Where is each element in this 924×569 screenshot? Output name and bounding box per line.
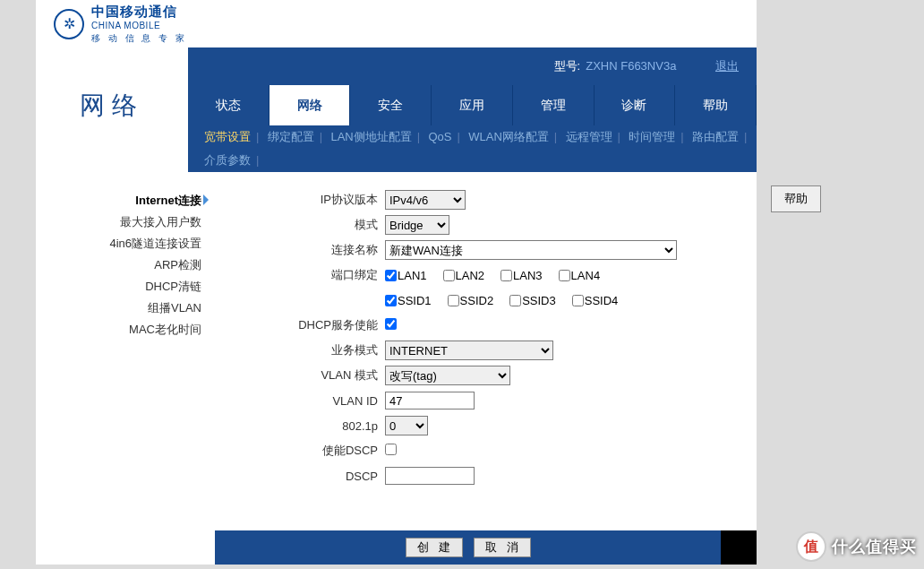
label-mode: 模式: [224, 217, 385, 233]
subnav-broadband[interactable]: 宽带设置: [204, 130, 251, 143]
sidebar: Internet连接 最大接入用户数 4in6隧道连接设置 ARP检测 DHCP…: [36, 172, 215, 530]
subnav-wlan[interactable]: WLAN网络配置: [468, 130, 549, 143]
nav-manage[interactable]: 管理: [513, 85, 595, 125]
nav-network[interactable]: 网络: [270, 85, 351, 125]
label-dscp: DSCP: [224, 470, 385, 483]
input-vlan-id[interactable]: [385, 392, 475, 410]
subnav-bind[interactable]: 绑定配置: [268, 130, 314, 143]
logout-link[interactable]: 退出: [715, 59, 739, 73]
label-lan4: LAN4: [571, 269, 601, 282]
nav-help[interactable]: 帮助: [675, 85, 757, 125]
brand-header: ✲ 中国移动通信 CHINA MOBILE 移 动 信 息 专 家: [36, 0, 757, 47]
label-dscp-enable: 使能DSCP: [224, 443, 385, 459]
subnav-lan[interactable]: LAN侧地址配置: [330, 130, 411, 143]
label-vlan-mode: VLAN 模式: [224, 367, 385, 384]
subnav-media[interactable]: 介质参数: [204, 153, 251, 167]
label-port-bind: 端口绑定: [224, 267, 385, 283]
brand-logo-icon: ✲: [54, 9, 84, 39]
cancel-button[interactable]: 取 消: [474, 538, 531, 557]
sidebar-item-maxusers[interactable]: 最大接入用户数: [36, 211, 201, 233]
select-ip-version[interactable]: IPv4/v6: [385, 190, 466, 210]
sidebar-item-dhcp[interactable]: DHCP清链: [36, 276, 201, 297]
checkbox-dscp-enable[interactable]: [385, 444, 397, 455]
checkbox-ssid4[interactable]: [572, 295, 584, 306]
checkbox-dhcp-enable[interactable]: [385, 318, 397, 330]
sidebar-item-4in6[interactable]: 4in6隧道连接设置: [36, 233, 201, 254]
label-8021p: 802.1p: [224, 419, 385, 433]
action-bar: 创 建 取 消: [215, 530, 721, 565]
subnav-remote[interactable]: 远程管理: [566, 130, 612, 143]
label-lan3: LAN3: [513, 269, 543, 282]
model-label: 型号:: [554, 59, 581, 73]
label-ssid2: SSID2: [460, 294, 494, 307]
watermark-text: 什么值得买: [832, 536, 917, 557]
checkbox-ssid1[interactable]: [385, 295, 397, 306]
watermark: 值 什么值得买: [796, 531, 917, 562]
select-connection-name[interactable]: 新建WAN连接: [385, 240, 677, 260]
brand-en: CHINA MOBILE: [91, 21, 187, 30]
select-vlan-mode[interactable]: 改写(tag): [385, 366, 510, 385]
nav-diag[interactable]: 诊断: [595, 85, 676, 125]
label-lan1: LAN1: [398, 269, 427, 282]
page-title: 网络: [36, 85, 188, 125]
select-mode[interactable]: Bridge: [385, 215, 449, 235]
checkbox-lan4[interactable]: [559, 270, 570, 281]
checkbox-lan2[interactable]: [443, 270, 455, 281]
checkbox-ssid2[interactable]: [448, 295, 459, 306]
model-bar: 型号:ZXHN F663NV3a 退出: [188, 47, 757, 85]
sidebar-item-arp[interactable]: ARP检测: [36, 254, 201, 276]
label-ssid3: SSID3: [522, 294, 556, 307]
label-lan2: LAN2: [456, 269, 485, 282]
nav-status[interactable]: 状态: [188, 85, 270, 125]
checkbox-lan1[interactable]: [385, 270, 397, 281]
label-biz-mode: 业务模式: [224, 342, 385, 358]
select-8021p[interactable]: 0: [385, 416, 428, 435]
form-panel: 帮助 IP协议版本 IPv4/v6 模式 Bridge 连接名称 新建WAN连接…: [215, 172, 757, 530]
label-ssid4: SSID4: [585, 294, 619, 307]
brand-sub: 移 动 信 息 专 家: [91, 32, 187, 45]
sidebar-item-internet[interactable]: Internet连接: [36, 190, 201, 211]
brand-cn: 中国移动通信: [91, 4, 177, 19]
checkbox-ssid3[interactable]: [509, 295, 521, 306]
label-vlan-id: VLAN ID: [224, 394, 385, 408]
checkbox-lan3[interactable]: [500, 270, 512, 281]
main-nav: 状态 网络 安全 应用 管理 诊断 帮助: [188, 85, 757, 125]
create-button[interactable]: 创 建: [406, 538, 463, 557]
sub-nav: 宽带设置| 绑定配置| LAN侧地址配置| QoS| WLAN网络配置| 远程管…: [188, 125, 757, 172]
watermark-icon: 值: [796, 531, 826, 562]
model-value: ZXHN F663NV3a: [586, 59, 676, 73]
sidebar-item-mac[interactable]: MAC老化时间: [36, 319, 201, 341]
input-dscp[interactable]: [385, 467, 475, 485]
label-dhcp-enable: DHCP服务使能: [224, 317, 385, 333]
subnav-qos[interactable]: QoS: [429, 130, 452, 143]
label-conn-name: 连接名称: [224, 242, 385, 258]
help-button[interactable]: 帮助: [771, 185, 821, 212]
label-ip-version: IP协议版本: [224, 192, 385, 208]
sidebar-item-vlan[interactable]: 组播VLAN: [36, 297, 201, 319]
nav-app[interactable]: 应用: [432, 85, 513, 125]
select-biz-mode[interactable]: INTERNET: [385, 341, 553, 360]
nav-security[interactable]: 安全: [350, 85, 432, 125]
subnav-route[interactable]: 路由配置: [692, 130, 739, 143]
subnav-time[interactable]: 时间管理: [629, 130, 675, 143]
label-ssid1: SSID1: [398, 294, 432, 307]
